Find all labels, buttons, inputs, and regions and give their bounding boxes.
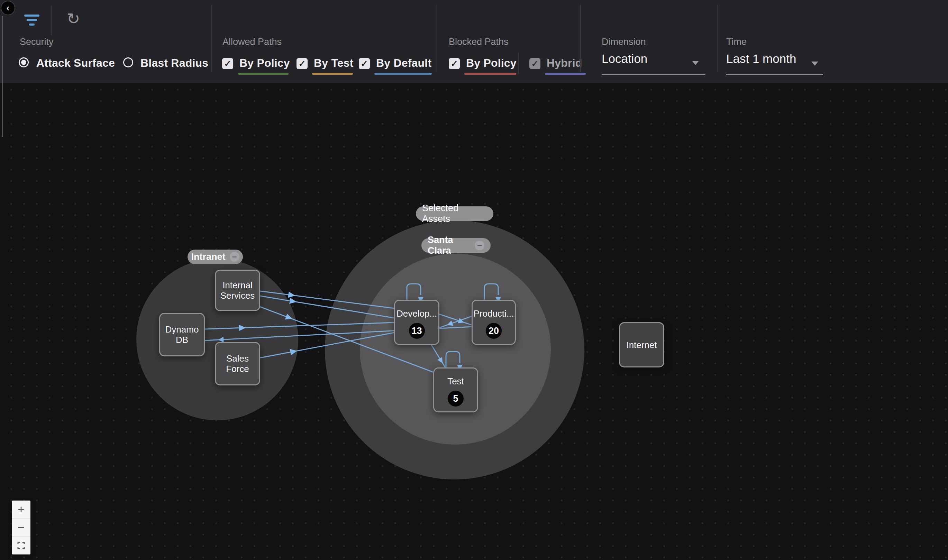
node-dynamo-db[interactable]: Dynamo DB	[159, 313, 205, 356]
check-icon: ✓	[224, 59, 232, 69]
filter-toolbar: ↻ Security Attack Surface Blast Radius A…	[0, 0, 948, 83]
group-label-text: Intranet	[191, 252, 225, 262]
edge-development-production[interactable]	[439, 314, 472, 325]
edges-layer	[0, 0, 948, 560]
dimension-section-label: Dimension	[602, 37, 646, 47]
filter-icon	[24, 14, 39, 17]
allowed-by-default-checkbox[interactable]: ✓	[359, 58, 370, 69]
graph-canvas[interactable]: Selected Assets Santa Clara − Intranet −…	[0, 0, 948, 560]
blast-radius-radio[interactable]	[123, 57, 133, 68]
security-section-label: Security	[20, 37, 54, 47]
fit-view-button[interactable]	[12, 537, 31, 554]
edge-production-development[interactable]	[439, 316, 472, 328]
node-development[interactable]: Develop... 13	[394, 300, 439, 345]
refresh-icon: ↻	[67, 9, 80, 28]
node-production[interactable]: Producti... 20	[472, 300, 516, 345]
allowed-by-test-checkbox[interactable]: ✓	[296, 58, 307, 69]
blocked-hybrid-checkbox[interactable]: ✓	[530, 58, 540, 69]
attack-count-badge: 5	[448, 391, 464, 406]
node-test[interactable]: Test 5	[433, 368, 478, 412]
node-label: Sales Force	[216, 353, 259, 374]
divider	[51, 6, 51, 35]
check-icon: ✓	[451, 59, 458, 69]
dimension-select[interactable]: Location	[602, 52, 647, 66]
attack-count-badge: 20	[486, 323, 502, 339]
node-label: Test	[434, 376, 477, 386]
time-underline	[726, 74, 823, 75]
divider	[580, 5, 581, 72]
attack-count-badge: 13	[409, 323, 425, 339]
chevron-down-icon[interactable]	[811, 62, 818, 66]
node-internet[interactable]: Internet	[619, 322, 664, 368]
blocked-hybrid-underline	[545, 73, 586, 75]
node-sales-force[interactable]: Sales Force	[215, 342, 260, 385]
group-label-text: Selected Assets	[422, 203, 487, 225]
node-label: Producti...	[472, 308, 515, 319]
allowed-by-test-underline	[312, 73, 353, 75]
allowed-by-policy-checkbox[interactable]: ✓	[222, 58, 233, 69]
allowed-by-default-underline	[374, 73, 432, 75]
time-select[interactable]: Last 1 month	[726, 52, 796, 66]
edge-development-test[interactable]	[431, 345, 445, 368]
allowed-paths-section-label: Allowed Paths	[222, 37, 282, 47]
divider	[212, 5, 212, 72]
attack-surface-label[interactable]: Attack Surface	[36, 57, 115, 69]
refresh-button[interactable]: ↻	[63, 8, 84, 29]
collapse-panel-icon: ‹	[6, 3, 10, 14]
left-scrollbar[interactable]	[2, 16, 3, 137]
blocked-by-policy-underline	[464, 73, 516, 75]
attack-surface-radio[interactable]	[19, 57, 29, 68]
allowed-by-default-label[interactable]: By Default	[376, 57, 431, 69]
check-icon: ✓	[361, 59, 368, 69]
allowed-by-test-label[interactable]: By Test	[314, 57, 354, 69]
group-label-text: Santa Clara	[428, 235, 471, 256]
node-label: Develop...	[395, 308, 438, 319]
time-section-label: Time	[726, 37, 747, 47]
divider	[518, 52, 519, 74]
zoom-out-button[interactable]: −	[12, 518, 31, 537]
group-label-selected-assets[interactable]: Selected Assets	[416, 206, 493, 221]
blocked-paths-section-label: Blocked Paths	[449, 37, 509, 47]
allowed-by-policy-underline	[238, 73, 289, 75]
fit-view-icon	[17, 542, 25, 549]
divider	[717, 5, 718, 72]
node-internal-services[interactable]: Internal Services	[215, 270, 260, 311]
divider	[437, 5, 437, 72]
group-label-santa-clara[interactable]: Santa Clara −	[422, 238, 491, 253]
check-icon: ✓	[531, 59, 539, 69]
collapse-panel-button[interactable]: ‹	[1, 1, 15, 15]
node-label: Internal Services	[216, 280, 259, 301]
blocked-by-policy-checkbox[interactable]: ✓	[449, 58, 460, 69]
group-label-intranet[interactable]: Intranet −	[188, 249, 243, 264]
zoom-in-icon: +	[18, 503, 25, 516]
blast-radius-label[interactable]: Blast Radius	[141, 57, 208, 69]
node-label: Dynamo DB	[160, 324, 204, 345]
chevron-down-icon[interactable]	[692, 61, 699, 65]
allowed-by-policy-label[interactable]: By Policy	[239, 57, 290, 69]
dimension-underline	[602, 74, 706, 75]
zoom-in-button[interactable]: +	[12, 500, 31, 518]
attack-path-explorer: Selected Assets Santa Clara − Intranet −…	[0, 0, 948, 560]
collapse-group-minus-icon[interactable]: −	[230, 252, 239, 262]
check-icon: ✓	[299, 59, 306, 69]
blocked-by-policy-label[interactable]: By Policy	[466, 57, 517, 69]
blocked-hybrid-label[interactable]: Hybrid	[547, 57, 582, 69]
filter-button[interactable]	[22, 10, 42, 31]
zoom-controls: + −	[12, 500, 31, 554]
edge-dynamo-db-development[interactable]	[205, 323, 394, 329]
collapse-group-minus-icon[interactable]: −	[475, 241, 484, 250]
zoom-out-icon: −	[18, 521, 25, 534]
node-label: Internet	[620, 340, 663, 350]
